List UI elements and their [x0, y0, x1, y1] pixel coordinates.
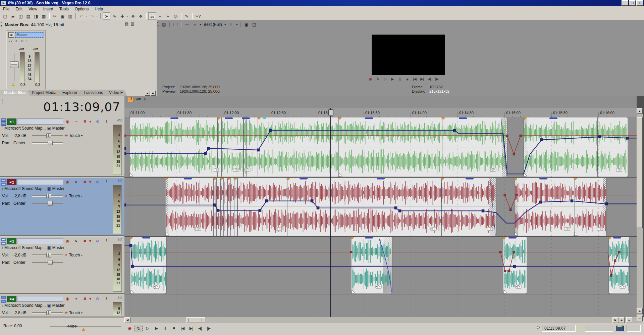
menu-view[interactable]: View — [25, 6, 40, 12]
cursor-time-field[interactable]: 01:13:09,07 — [542, 325, 576, 332]
track-name-field[interactable] — [17, 296, 63, 302]
automation-mode-value[interactable]: Touch — [69, 310, 80, 315]
restore-track-icon[interactable] — [1, 300, 6, 303]
tab-project-media[interactable]: Project Media — [28, 90, 61, 96]
menu-tools[interactable]: Tools — [56, 6, 72, 12]
volume-slider-thumb[interactable] — [46, 253, 51, 257]
minimize-track-icon[interactable] — [1, 179, 6, 182]
play-button[interactable]: ▶ — [390, 77, 395, 82]
loop-playback-button[interactable]: ↻ — [375, 77, 380, 82]
pause-button[interactable]: ‖ — [161, 325, 169, 331]
master-name-field[interactable]: Master — [15, 32, 44, 38]
bus-name[interactable]: Master — [52, 186, 65, 191]
envelope-tool-icon[interactable]: ⌁ — [157, 13, 164, 19]
pause-button[interactable]: ‖ — [397, 77, 402, 82]
device-name[interactable]: Microsoft Sound Map... — [4, 186, 46, 191]
solo-icon[interactable]: ⊘ — [95, 296, 101, 301]
preview-quality-value[interactable]: Best (Full) — [203, 22, 223, 27]
previous-frame-button[interactable]: ◀| — [427, 77, 432, 82]
external-monitor-icon[interactable]: 🖵 — [172, 21, 179, 28]
group-events-icon[interactable]: ❖ — [129, 13, 137, 19]
vertical-scrollbar[interactable]: ▲+− — [637, 108, 643, 323]
mute-dropdown-icon[interactable]: ▾ — [87, 296, 93, 301]
pan-slider-thumb[interactable] — [48, 260, 53, 265]
new-project-icon[interactable]: ▢ — [2, 13, 9, 19]
selection-length-field[interactable] — [627, 325, 641, 332]
zoom-out-track-icon[interactable]: − — [637, 316, 643, 321]
volume-value[interactable]: -2,8 dB — [13, 133, 31, 138]
pan-slider[interactable] — [32, 203, 63, 204]
render-as-icon[interactable]: ▦ — [40, 13, 47, 19]
tab-video-f[interactable]: Video F — [105, 90, 127, 96]
phase-invert-icon[interactable]: ! — [103, 179, 109, 185]
save-snapshot-icon[interactable]: ◫ — [251, 21, 258, 28]
go-to-end-button[interactable]: ▶| — [187, 325, 195, 331]
import-media-icon[interactable]: ◨ — [33, 13, 40, 19]
record-button[interactable]: ◉ — [126, 325, 133, 331]
solo-icon[interactable]: ⊘ — [95, 179, 101, 185]
bus-icon[interactable]: ▣ — [47, 126, 51, 131]
timeline-grip[interactable]: ⋮⋮⋮ — [1, 98, 3, 103]
track-name-field[interactable] — [17, 238, 63, 244]
volume-slider[interactable] — [32, 135, 63, 136]
volume-slider[interactable] — [32, 312, 63, 314]
scroll-left-icon[interactable]: ◀ — [124, 317, 130, 323]
ungroup-events-icon[interactable]: ❖ — [137, 13, 144, 19]
selection-start-field[interactable] — [585, 325, 613, 332]
phase-invert-icon[interactable]: ! — [103, 118, 109, 124]
volume-slider-thumb[interactable] — [46, 310, 51, 315]
minimize-track-icon[interactable] — [1, 296, 6, 299]
minimize-track-icon[interactable] — [1, 118, 6, 122]
menu-edit[interactable]: Edit — [12, 6, 25, 12]
track-3-header[interactable]: ◀3◉≈✖▾⊘!-Inf.⫶Microsoft Sound Map...▣Mas… — [0, 237, 124, 294]
insert-fx-icon[interactable]: ⊶ — [8, 39, 12, 43]
current-timecode[interactable]: 01:13:09,07 — [43, 100, 120, 114]
restore-track-icon[interactable] — [1, 123, 6, 126]
automation-mode-value[interactable]: Touch — [69, 253, 80, 257]
zoom-tool-icon[interactable]: ◎ — [172, 13, 179, 19]
mute-icon[interactable]: ⊘ — [20, 39, 23, 43]
tool-dropdown-icon[interactable]: ▾ — [125, 13, 129, 19]
pan-slider[interactable] — [32, 262, 63, 263]
volume-value[interactable]: -2.8 dB — [13, 310, 31, 315]
zoom-out-time-icon[interactable]: − — [626, 317, 632, 323]
open-project-icon[interactable]: ▰ — [9, 13, 16, 19]
solo-icon[interactable]: ⊘ — [95, 118, 101, 124]
master-fader[interactable] — [10, 61, 19, 68]
device-name[interactable]: Microsoft Sound Map... — [4, 245, 46, 250]
save-project-icon[interactable]: ◫ — [17, 13, 24, 19]
undo-icon[interactable]: ↶ — [78, 13, 85, 19]
go-to-start-button[interactable]: |◀ — [412, 77, 417, 82]
menu-help[interactable]: Help — [92, 6, 106, 12]
close-panel-icon[interactable]: × — [0, 21, 4, 24]
mixer-properties-icon[interactable]: ▤ — [125, 21, 128, 26]
mute-dropdown-icon[interactable]: ▾ — [87, 118, 93, 124]
play-from-start-button[interactable]: ▷ — [144, 325, 151, 331]
marker-11-label[interactable]: Son_11 — [135, 97, 147, 101]
volume-slider-thumb[interactable] — [46, 194, 51, 198]
loop-playback-button[interactable]: ↻ — [135, 325, 143, 332]
thumb-grip[interactable] — [189, 319, 190, 322]
automation-gear-icon[interactable]: ✳ — [64, 253, 68, 257]
arm-record-icon[interactable]: ◉ — [64, 179, 70, 185]
arm-record-icon[interactable]: ◉ — [64, 238, 70, 244]
scroll-up-icon[interactable]: ▲ — [637, 108, 643, 114]
go-to-end-button[interactable]: ▶| — [419, 77, 425, 82]
automation-dropdown-icon[interactable]: ▾ — [81, 134, 83, 137]
thumb-grip[interactable] — [202, 319, 203, 322]
record-button[interactable]: ◉ — [368, 77, 373, 82]
track-automation-icon[interactable]: ≈ — [73, 118, 79, 124]
previous-frame-button[interactable]: ◀| — [196, 325, 204, 331]
scrub-rail[interactable] — [50, 326, 121, 327]
tab-scroll-left-icon[interactable]: ◀ — [145, 91, 150, 96]
cut-icon[interactable]: ✂ — [51, 13, 58, 19]
envelope-edit-tool-icon[interactable]: ∿ — [111, 13, 118, 19]
minimize-button[interactable]: _ — [622, 0, 628, 6]
pin-panel-icon[interactable]: ◂ — [157, 24, 160, 27]
pan-slider-thumb[interactable] — [48, 141, 53, 145]
split-screen-dropdown-icon[interactable]: ▾ — [199, 21, 202, 28]
project-properties-icon[interactable]: ▤ — [25, 13, 32, 19]
close-button[interactable]: × — [636, 0, 643, 6]
normal-edit-tool-icon[interactable]: ➤ — [103, 12, 110, 20]
track-automation-icon[interactable]: ≈ — [73, 296, 79, 301]
